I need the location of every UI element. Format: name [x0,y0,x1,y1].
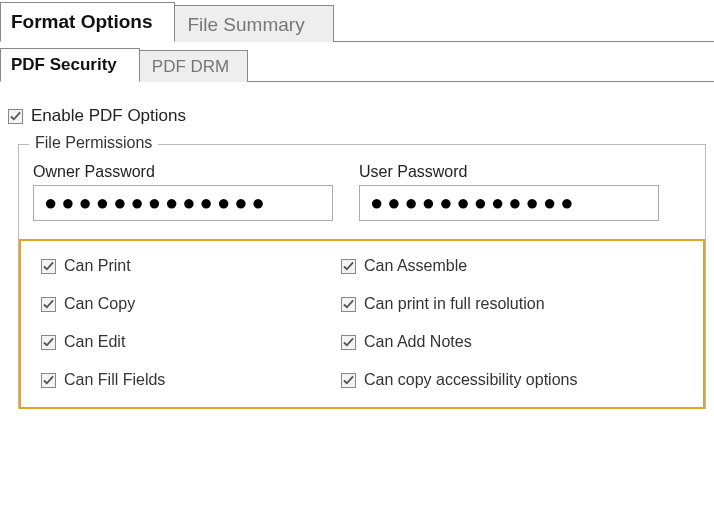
perm-can-assemble[interactable]: Can Assemble [341,257,681,275]
tab-label: File Summary [187,14,304,35]
enable-pdf-options-row[interactable]: Enable PDF Options [8,106,706,126]
tab-label: Format Options [11,11,152,32]
content-area: Enable PDF Options File Permissions Owne… [0,82,714,409]
tab-file-summary[interactable]: File Summary [175,5,333,42]
password-row: Owner Password User Password [33,163,691,221]
user-password-col: User Password [359,163,659,221]
checkbox-icon [41,259,56,274]
checkbox-icon [41,297,56,312]
enable-pdf-options-label: Enable PDF Options [31,106,186,126]
tab-pdf-security[interactable]: PDF Security [0,48,140,82]
file-permissions-group: File Permissions Owner Password User Pas… [18,144,706,409]
owner-password-label: Owner Password [33,163,333,181]
perm-label: Can Copy [64,295,135,313]
perm-can-print[interactable]: Can Print [41,257,341,275]
perm-label: Can Print [64,257,131,275]
owner-password-input[interactable] [33,185,333,221]
perm-label: Can Edit [64,333,125,351]
perm-label: Can Add Notes [364,333,472,351]
perm-label: Can print in full resolution [364,295,545,313]
checkbox-icon [341,373,356,388]
tab-row-sub: PDF Security PDF DRM [0,42,714,82]
checkbox-icon [341,297,356,312]
perm-label: Can Fill Fields [64,371,165,389]
perm-can-copy-a11y[interactable]: Can copy accessibility options [341,371,681,389]
permissions-box: Can Print Can Assemble Can Copy Can prin… [19,239,705,409]
tab-format-options[interactable]: Format Options [0,2,175,42]
file-permissions-legend: File Permissions [29,134,158,152]
tab-row-top: Format Options File Summary [0,0,714,42]
perm-can-edit[interactable]: Can Edit [41,333,341,351]
tab-label: PDF DRM [152,57,229,76]
user-password-input[interactable] [359,185,659,221]
user-password-label: User Password [359,163,659,181]
owner-password-col: Owner Password [33,163,333,221]
perm-can-copy[interactable]: Can Copy [41,295,341,313]
perm-label: Can copy accessibility options [364,371,577,389]
perm-label: Can Assemble [364,257,467,275]
tab-pdf-drm[interactable]: PDF DRM [140,50,248,82]
checkbox-icon [8,109,23,124]
perm-can-full-res[interactable]: Can print in full resolution [341,295,681,313]
checkbox-icon [341,259,356,274]
tab-label: PDF Security [11,55,117,74]
perm-can-add-notes[interactable]: Can Add Notes [341,333,681,351]
perm-can-fill-fields[interactable]: Can Fill Fields [41,371,341,389]
checkbox-icon [41,335,56,350]
checkbox-icon [41,373,56,388]
checkbox-icon [341,335,356,350]
